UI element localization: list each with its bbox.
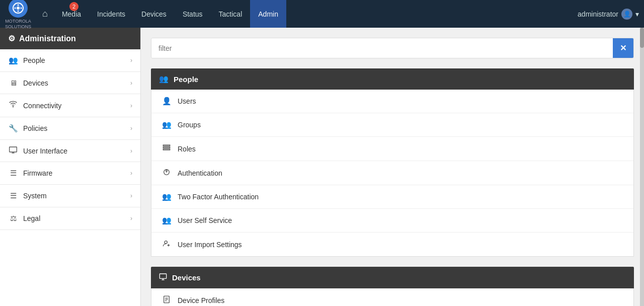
sidebar-item-firmware[interactable]: ☰ Firmware › xyxy=(0,162,140,185)
devices-profiles-item[interactable]: Device Profiles xyxy=(151,288,633,306)
nav-incidents[interactable]: Incidents xyxy=(89,0,133,28)
scrollbar-thumb[interactable] xyxy=(640,28,644,48)
username-label: administrator xyxy=(578,10,618,18)
chevron-right-icon: › xyxy=(130,170,132,177)
sidebar-item-devices[interactable]: 🖥 Devices › xyxy=(0,72,140,94)
logo-area: MOTOROLA SOLUTIONS xyxy=(5,0,31,29)
svg-point-2 xyxy=(15,7,16,9)
sidebar-people-label: People xyxy=(23,56,45,64)
chevron-right-icon: › xyxy=(130,147,132,155)
notification-badge: 2 xyxy=(69,2,78,11)
svg-point-5 xyxy=(18,10,19,12)
chevron-right-icon: › xyxy=(130,57,132,64)
sidebar-item-people[interactable]: 👥 People › xyxy=(0,49,140,72)
sidebar-item-policies[interactable]: 🔧 Policies › xyxy=(0,117,140,140)
people-users-item[interactable]: 👤 Users xyxy=(151,90,633,113)
svg-point-3 xyxy=(21,7,22,9)
system-icon: ☰ xyxy=(8,191,18,200)
avatar: 👤 xyxy=(621,9,632,20)
people-section: 👥 People 👤 Users 👥 Groups xyxy=(151,68,634,257)
sidebar-ui-label: User Interface xyxy=(23,147,67,155)
user-icon: 👤 xyxy=(162,97,172,106)
roles-label: Roles xyxy=(178,145,196,153)
firmware-icon: ☰ xyxy=(8,169,18,178)
authentication-icon xyxy=(162,168,172,178)
nav-status[interactable]: Status xyxy=(175,0,211,28)
filter-bar: ✕ xyxy=(151,38,634,58)
svg-point-4 xyxy=(18,4,19,6)
roles-icon xyxy=(162,144,172,154)
import-settings-label: User Import Settings xyxy=(178,241,242,249)
sidebar-item-system[interactable]: ☰ System › xyxy=(0,185,140,207)
people-icon: 👥 xyxy=(8,56,18,65)
people-section-body: 👤 Users 👥 Groups Roles xyxy=(151,90,634,257)
nav-admin[interactable]: Admin xyxy=(250,0,286,28)
filter-clear-button[interactable]: ✕ xyxy=(613,38,633,58)
chevron-right-icon: › xyxy=(130,102,132,109)
two-factor-label: Two Factor Authentication xyxy=(178,193,259,201)
chevron-right-icon: › xyxy=(130,192,132,199)
devices-section-icon xyxy=(159,273,167,282)
svg-point-1 xyxy=(17,7,20,10)
people-section-title: People xyxy=(174,75,198,84)
chevron-right-icon: › xyxy=(130,80,132,87)
people-import-settings-item[interactable]: User Import Settings xyxy=(151,233,633,256)
svg-point-14 xyxy=(165,241,167,244)
svg-rect-11 xyxy=(163,147,170,148)
filter-input[interactable] xyxy=(151,39,613,57)
self-service-label: User Self Service xyxy=(178,216,232,224)
chevron-right-icon: › xyxy=(130,215,132,222)
groups-label: Groups xyxy=(178,121,201,129)
nav-devices[interactable]: Devices xyxy=(133,0,175,28)
devices-section-body: Device Profiles xyxy=(151,288,634,306)
gear-icon: ⚙ xyxy=(8,34,15,43)
sidebar-header: ⚙ Administration xyxy=(0,28,140,49)
sidebar-title: Administration xyxy=(19,34,76,43)
import-settings-icon xyxy=(162,240,172,249)
people-groups-item[interactable]: 👥 Groups xyxy=(151,113,633,137)
svg-rect-7 xyxy=(10,147,17,152)
sidebar-system-label: System xyxy=(23,192,47,200)
dropdown-arrow: ▾ xyxy=(635,10,639,18)
svg-point-6 xyxy=(13,106,13,107)
authentication-label: Authentication xyxy=(178,169,222,177)
people-two-factor-item[interactable]: 👥 Two Factor Authentication xyxy=(151,185,633,209)
sidebar-policies-label: Policies xyxy=(23,124,47,132)
logo-icon xyxy=(9,0,28,18)
sidebar-item-legal[interactable]: ⚖ Legal › xyxy=(0,207,140,230)
sidebar-item-connectivity[interactable]: Connectivity › xyxy=(0,94,140,117)
connectivity-icon xyxy=(8,101,18,110)
main-content: ✕ 👥 People 👤 Users 👥 Groups xyxy=(141,28,644,306)
sidebar-devices-label: Devices xyxy=(23,79,48,87)
page-body: ⚙ Administration 👥 People › 🖥 Devices › xyxy=(0,28,644,306)
scrollbar[interactable] xyxy=(640,28,644,306)
device-profiles-icon xyxy=(162,295,172,305)
sidebar-connectivity-label: Connectivity xyxy=(23,102,61,110)
people-section-icon: 👥 xyxy=(159,74,169,84)
devices-section-header: Devices xyxy=(151,267,634,288)
sidebar-legal-label: Legal xyxy=(23,214,40,222)
nav-tactical[interactable]: Tactical xyxy=(211,0,251,28)
groups-icon: 👥 xyxy=(162,120,172,129)
sidebar-firmware-label: Firmware xyxy=(23,169,52,177)
svg-rect-10 xyxy=(163,145,170,146)
devices-section-title: Devices xyxy=(172,273,201,282)
top-nav: MOTOROLA SOLUTIONS 2 ⌂ Media Incidents D… xyxy=(0,0,644,28)
home-button[interactable]: ⌂ xyxy=(36,6,54,22)
policies-icon: 🔧 xyxy=(8,124,18,133)
people-self-service-item[interactable]: 👥 User Self Service xyxy=(151,209,633,233)
devices-icon: 🖥 xyxy=(8,79,18,87)
devices-section: Devices Device Profiles xyxy=(151,267,634,306)
two-factor-icon: 👥 xyxy=(162,192,172,201)
chevron-right-icon: › xyxy=(130,125,132,132)
legal-icon: ⚖ xyxy=(8,214,18,223)
user-menu[interactable]: administrator 👤 ▾ xyxy=(578,9,639,20)
people-roles-item[interactable]: Roles xyxy=(151,137,633,161)
svg-rect-16 xyxy=(159,274,166,278)
people-section-header: 👥 People xyxy=(151,68,634,90)
sidebar: ⚙ Administration 👥 People › 🖥 Devices › xyxy=(0,28,141,306)
people-authentication-item[interactable]: Authentication xyxy=(151,161,633,185)
svg-rect-12 xyxy=(163,149,170,150)
device-profiles-label: Device Profiles xyxy=(178,296,224,304)
sidebar-item-user-interface[interactable]: User Interface › xyxy=(0,140,140,162)
